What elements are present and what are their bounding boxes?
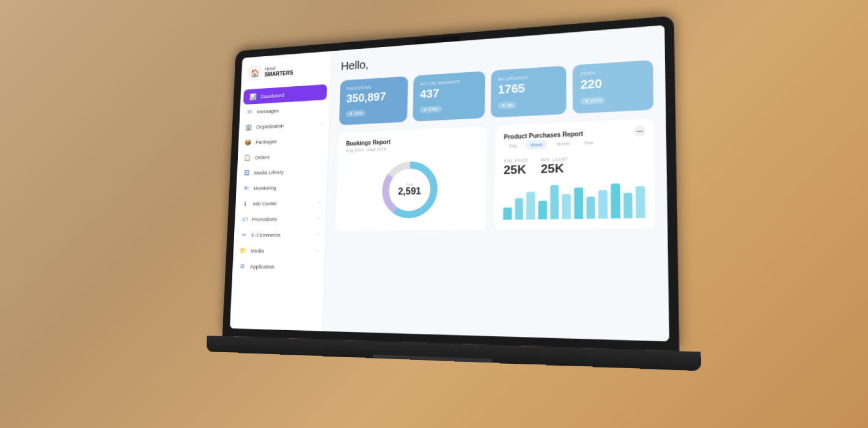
chevron-promotions: ›: [318, 216, 320, 221]
sidebar-label-info-center: Info Center: [252, 200, 277, 207]
camera-bump: [414, 36, 460, 44]
sidebar: 🏠 Hotel SMARTERS 📊 Daseboard ✉ Messages: [230, 51, 332, 331]
donut-center: Total 2,591: [398, 182, 421, 197]
sidebar-label-dashboard: Daseboard: [260, 92, 284, 99]
stat-badge-2: ▼ No: [498, 101, 517, 109]
filter-row: Day Week Month Year: [504, 136, 644, 150]
bar-item: [503, 207, 512, 220]
sidebar-label-monitoring: Monitoring: [254, 184, 277, 191]
stat-card-members: ACTIVE MEMBERS 437 ▼ 0.5%: [413, 71, 485, 122]
chevron-organization: ›: [321, 120, 323, 125]
laptop-screen-frame: 🏠 Hotel SMARTERS 📊 Daseboard ✉ Messages: [223, 16, 680, 352]
badge-text-2: No: [507, 103, 513, 107]
organization-icon: 🏢: [245, 123, 252, 131]
sidebar-item-media[interactable]: 📁 Media ›: [233, 242, 325, 259]
metric-label-price: AVG. PRICE: [504, 158, 528, 163]
donut-container: Total 2,591: [378, 157, 443, 223]
filter-day[interactable]: Day: [504, 141, 522, 150]
metric-label-count: AVG. COUNT: [541, 157, 568, 163]
chevron-ecommerce: ›: [317, 232, 319, 237]
media-icon: 📁: [240, 246, 247, 254]
laptop-base: [207, 336, 701, 371]
sidebar-label-messages: Messages: [257, 107, 279, 114]
donut-total-label: Total: [406, 183, 413, 186]
badge-text-0: 16%: [355, 111, 362, 116]
metric-avg-price: AVG. PRICE 25K: [504, 158, 528, 177]
ecommerce-icon: ✏: [240, 231, 248, 238]
donut-chart: [378, 157, 443, 223]
bar-item: [636, 186, 645, 218]
main-content: Hello, PAGEVIEWS 350,897 ▼ 16% ACT: [323, 25, 669, 341]
bar-item: [562, 194, 570, 219]
stat-label-1: ACTIVE MEMBERS: [420, 78, 477, 86]
bar-item: [598, 190, 608, 219]
metric-avg-count: AVG. COUNT 25K: [541, 157, 568, 177]
messages-icon: ✉: [246, 108, 253, 116]
donut-total-value: 2,591: [398, 186, 421, 197]
page-title: Hello,: [340, 37, 652, 73]
application-icon: ⚙: [238, 262, 246, 270]
filter-week[interactable]: Week: [526, 140, 548, 150]
logo-text: Hotel SMARTERS: [265, 65, 294, 78]
stat-label-3: STAFF: [580, 68, 645, 76]
orders-icon: 📋: [244, 153, 251, 161]
bar-item: [550, 185, 559, 219]
badge-text-3: 0.5%: [590, 98, 601, 103]
bookings-card: Bookings Report Aug 2024 - Sept 2024: [336, 126, 487, 231]
stat-value-0: 350,897: [346, 90, 400, 105]
stat-value-3: 220: [581, 75, 645, 90]
metric-value-price: 25K: [504, 163, 528, 177]
filter-month[interactable]: Month: [551, 139, 575, 149]
bar-item: [611, 183, 620, 218]
stat-value-2: 1765: [498, 80, 559, 95]
stat-badge-3: ▼ 0.5%: [581, 97, 605, 105]
logo-smarters-text: SMARTERS: [265, 70, 293, 78]
bar-item: [623, 193, 633, 218]
media-library-icon: 🖼: [243, 169, 250, 177]
bottom-row: Bookings Report Aug 2024 - Sept 2024: [336, 119, 655, 231]
collapse-button[interactable]: —: [633, 125, 645, 137]
stat-label-2: BILLBOARDS: [498, 73, 559, 81]
packages-icon: 📦: [245, 138, 252, 146]
svg-point-1: [385, 164, 435, 215]
stat-card-pageviews: PAGEVIEWS 350,897 ▼ 16%: [339, 76, 408, 125]
chevron-media: ›: [317, 248, 318, 253]
sidebar-item-ecommerce[interactable]: ✏ E-Commerce ›: [234, 226, 326, 243]
sidebar-label-ecommerce: E-Commerce: [251, 231, 281, 237]
promotions-icon: 🏷: [241, 215, 248, 223]
bar-chart: [503, 180, 645, 220]
sidebar-label-promotions: Promotions: [252, 216, 277, 223]
sidebar-item-info-center[interactable]: ℹ Info Center ›: [235, 194, 326, 212]
sidebar-item-promotions[interactable]: 🏷 Promotions ›: [235, 210, 326, 227]
bar-item: [586, 197, 595, 219]
svg-point-2: [385, 164, 435, 215]
stat-card-billboards: BILLBOARDS 1765 ▼ No: [490, 65, 566, 117]
bar-item: [526, 191, 535, 220]
badge-icon-1: ▼: [423, 108, 427, 112]
sidebar-item-application[interactable]: ⚙ Application: [232, 258, 325, 275]
badge-text-1: 0.5%: [428, 107, 438, 111]
sidebar-label-organization: Organization: [256, 122, 284, 130]
sidebar-label-application: Application: [250, 263, 274, 269]
badge-icon-0: ▼: [349, 112, 353, 116]
stat-badge-1: ▼ 0.5%: [419, 106, 441, 113]
bar-item: [574, 188, 583, 220]
bar-item: [515, 198, 523, 220]
dashboard-icon: 📊: [249, 92, 257, 100]
svg-point-0: [385, 164, 435, 215]
badge-icon-2: ▼: [501, 103, 506, 108]
stat-badge-0: ▼ 16%: [346, 110, 366, 117]
bookings-title: Bookings Report: [346, 135, 479, 147]
sidebar-item-monitoring[interactable]: 👁 Monitoring: [236, 178, 327, 196]
laptop-wrapper: 🏠 Hotel SMARTERS 📊 Daseboard ✉ Messages: [204, 20, 677, 414]
chevron-info-center: ›: [318, 199, 320, 204]
laptop-outer: 🏠 Hotel SMARTERS 📊 Daseboard ✉ Messages: [204, 20, 677, 414]
sidebar-label-orders: Orders: [255, 153, 270, 160]
bar-item: [538, 201, 546, 220]
sidebar-label-media-library: Media Library: [254, 169, 284, 176]
metrics-row: AVG. PRICE 25K AVG. COUNT 25K: [504, 154, 645, 177]
filter-year[interactable]: Year: [579, 138, 599, 147]
sidebar-label-media: Media: [251, 247, 264, 253]
badge-icon-3: ▼: [584, 99, 589, 103]
screen-inner: 🏠 Hotel SMARTERS 📊 Daseboard ✉ Messages: [230, 25, 669, 341]
